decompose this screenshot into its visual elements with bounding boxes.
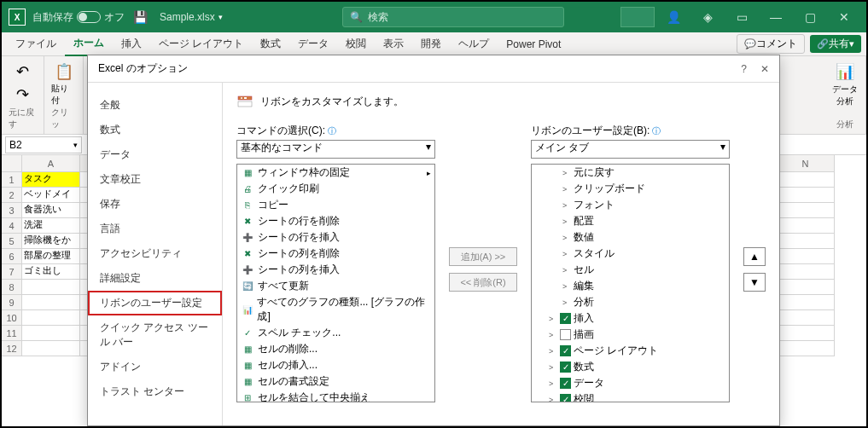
cell[interactable]: ベッドメイ — [22, 188, 80, 203]
ribbon-display-icon[interactable]: ▭ — [726, 2, 757, 32]
tab-power-pivot[interactable]: Power Pivot — [498, 32, 569, 56]
sidebar-item[interactable]: 文章校正 — [88, 167, 222, 192]
chevron-down-icon[interactable]: ▾ — [218, 13, 223, 21]
row-header[interactable]: 12 — [2, 341, 22, 356]
tree-node[interactable]: >編集 — [532, 278, 729, 294]
command-item[interactable]: ✖シートの列を削除 — [237, 246, 434, 262]
cell[interactable]: 洗濯 — [22, 218, 80, 234]
cell[interactable] — [777, 310, 835, 326]
col-header[interactable]: A — [22, 155, 80, 172]
tree-caret-icon[interactable]: > — [562, 282, 571, 291]
cell[interactable] — [22, 326, 80, 341]
add-button[interactable]: 追加(A) >> — [449, 247, 517, 266]
cell[interactable] — [777, 326, 835, 341]
command-item[interactable]: ➕シートの列を挿入 — [237, 262, 434, 278]
undo-icon[interactable]: ↶ — [11, 60, 35, 84]
sidebar-item[interactable]: 言語 — [88, 217, 222, 241]
tab-review[interactable]: 校閲 — [337, 32, 375, 56]
toggle-off-icon[interactable] — [77, 11, 101, 23]
tree-node[interactable]: >✓数式 — [532, 359, 729, 375]
ribbon-tabs-combo[interactable]: メイン タブ▾ — [531, 140, 730, 159]
row-header[interactable]: 11 — [2, 326, 22, 341]
tree-caret-icon[interactable]: > — [562, 250, 571, 258]
command-item[interactable]: ✓スペル チェック... — [237, 325, 434, 341]
sidebar-item[interactable]: リボンのユーザー設定 — [88, 291, 222, 315]
checkbox-checked-icon[interactable]: ✓ — [560, 378, 571, 389]
command-item[interactable]: ▦ウィンドウ枠の固定▸ — [237, 165, 434, 181]
account-box[interactable] — [620, 7, 655, 27]
sidebar-item[interactable]: 数式 — [88, 118, 222, 142]
name-box[interactable]: B2 ▾ — [5, 136, 82, 153]
tab-help[interactable]: ヘルプ — [450, 32, 498, 56]
commands-combo[interactable]: 基本的なコマンド▾ — [236, 140, 435, 159]
row-header[interactable]: 6 — [2, 249, 22, 264]
cell[interactable] — [22, 341, 80, 356]
move-up-button[interactable]: ▲ — [743, 247, 766, 266]
paste-icon[interactable]: 📋 — [52, 60, 76, 83]
sidebar-item[interactable]: 保存 — [88, 192, 222, 217]
cell[interactable] — [777, 264, 835, 280]
row-header[interactable]: 4 — [2, 218, 22, 234]
command-item[interactable]: 🔄すべて更新 — [237, 278, 434, 294]
cell[interactable]: 部屋の整理 — [22, 249, 80, 264]
tab-insert[interactable]: 挿入 — [113, 32, 150, 56]
cell[interactable] — [777, 249, 835, 264]
data-analysis-icon[interactable]: 📊 — [833, 60, 857, 84]
checkbox-checked-icon[interactable]: ✓ — [560, 345, 571, 356]
checkbox-checked-icon[interactable]: ✓ — [560, 394, 571, 402]
tab-home[interactable]: ホーム — [65, 32, 113, 56]
maximize-icon[interactable]: ▢ — [795, 2, 825, 32]
tree-node[interactable]: >描画 — [532, 327, 729, 343]
checkbox-checked-icon[interactable]: ✓ — [560, 361, 571, 373]
row-header[interactable]: 7 — [2, 264, 22, 280]
row-header[interactable]: 8 — [2, 280, 22, 295]
info-icon[interactable]: ⓘ — [328, 126, 336, 136]
command-item[interactable]: ➕シートの行を挿入 — [237, 229, 434, 246]
tab-file[interactable]: ファイル — [7, 32, 65, 56]
cell[interactable] — [22, 280, 80, 295]
tree-caret-icon[interactable]: > — [549, 379, 557, 388]
cell[interactable]: 食器洗い — [22, 203, 80, 218]
tree-caret-icon[interactable]: > — [549, 331, 557, 339]
user-icon[interactable]: 👤 — [658, 2, 689, 32]
tree-caret-icon[interactable]: > — [562, 185, 571, 194]
sidebar-item[interactable]: 詳細設定 — [88, 266, 222, 291]
command-item[interactable]: 📊すべてのグラフの種類... [グラフの作成] — [237, 294, 434, 325]
row-header[interactable]: 10 — [2, 310, 22, 326]
command-item[interactable]: 🖨クイック印刷 — [237, 181, 434, 197]
close-icon[interactable]: ✕ — [760, 63, 769, 75]
tree-caret-icon[interactable]: > — [549, 315, 557, 323]
tree-node[interactable]: >スタイル — [532, 246, 729, 262]
cell[interactable]: ゴミ出し — [22, 264, 80, 280]
command-item[interactable]: ⎘コピー — [237, 197, 434, 213]
sidebar-item[interactable]: アドイン — [88, 355, 222, 379]
sidebar-item[interactable]: データ — [88, 142, 222, 167]
tab-page-layout[interactable]: ページ レイアウト — [150, 32, 252, 56]
tree-caret-icon[interactable]: > — [549, 347, 557, 356]
row-header[interactable]: 3 — [2, 203, 22, 218]
tree-node[interactable]: >数値 — [532, 229, 729, 246]
redo-icon[interactable]: ↷ — [11, 84, 35, 107]
cell[interactable] — [777, 341, 835, 356]
row-header[interactable]: 2 — [2, 188, 22, 203]
cell[interactable] — [777, 234, 835, 249]
commands-listbox[interactable]: ▦ウィンドウ枠の固定▸🖨クイック印刷⎘コピー✖シートの行を削除➕シートの行を挿入… — [236, 164, 435, 402]
cell[interactable]: 掃除機をか — [22, 234, 80, 249]
command-item[interactable]: ✖シートの行を削除 — [237, 213, 434, 229]
cell[interactable] — [777, 218, 835, 234]
tree-caret-icon[interactable]: > — [562, 266, 571, 275]
col-header[interactable]: N — [777, 155, 835, 172]
tab-developer[interactable]: 開発 — [412, 32, 450, 56]
sidebar-item[interactable]: クイック アクセス ツール バー — [88, 315, 222, 355]
tree-node[interactable]: >クリップボード — [532, 181, 729, 197]
share-button[interactable]: 🔗 共有 ▾ — [810, 35, 861, 53]
tree-caret-icon[interactable]: > — [562, 298, 571, 307]
cell[interactable] — [22, 310, 80, 326]
diamond-icon[interactable]: ◈ — [692, 2, 723, 32]
cell[interactable] — [22, 295, 80, 310]
tree-caret-icon[interactable]: > — [562, 234, 571, 242]
tree-caret-icon[interactable]: > — [562, 201, 571, 210]
command-item[interactable]: ▦セルの削除... — [237, 341, 434, 357]
tab-formulas[interactable]: 数式 — [252, 32, 289, 56]
tree-caret-icon[interactable]: > — [549, 363, 557, 372]
